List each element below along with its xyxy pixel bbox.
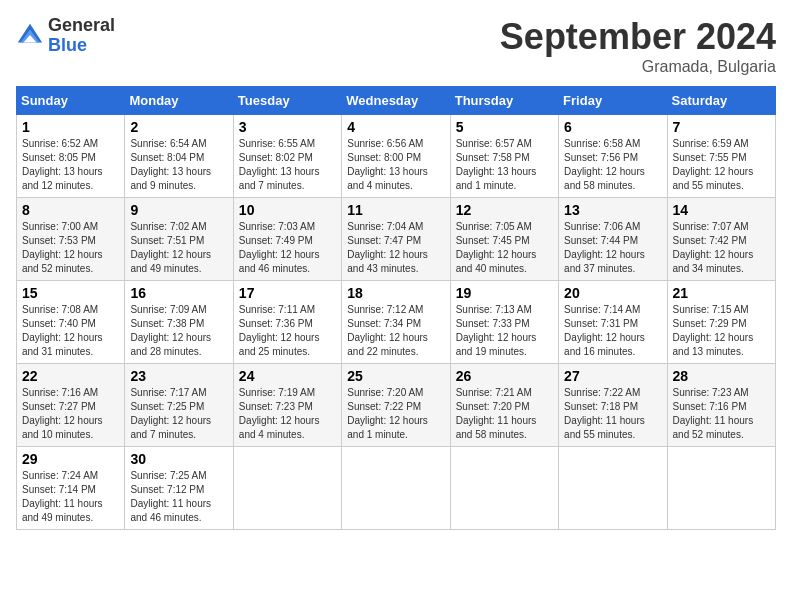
calendar-cell: 23 Sunrise: 7:17 AM Sunset: 7:25 PM Dayl…: [125, 364, 233, 447]
day-info: Sunrise: 7:05 AM Sunset: 7:45 PM Dayligh…: [456, 220, 553, 276]
calendar-cell: 26 Sunrise: 7:21 AM Sunset: 7:20 PM Dayl…: [450, 364, 558, 447]
calendar-cell: 17 Sunrise: 7:11 AM Sunset: 7:36 PM Dayl…: [233, 281, 341, 364]
day-number: 26: [456, 368, 553, 384]
calendar-cell: 12 Sunrise: 7:05 AM Sunset: 7:45 PM Dayl…: [450, 198, 558, 281]
day-info: Sunrise: 6:56 AM Sunset: 8:00 PM Dayligh…: [347, 137, 444, 193]
calendar-cell: 3 Sunrise: 6:55 AM Sunset: 8:02 PM Dayli…: [233, 115, 341, 198]
day-number: 10: [239, 202, 336, 218]
day-number: 21: [673, 285, 770, 301]
title-section: September 2024 Gramada, Bulgaria: [500, 16, 776, 76]
calendar-cell: 24 Sunrise: 7:19 AM Sunset: 7:23 PM Dayl…: [233, 364, 341, 447]
day-info: Sunrise: 6:59 AM Sunset: 7:55 PM Dayligh…: [673, 137, 770, 193]
calendar-cell: 9 Sunrise: 7:02 AM Sunset: 7:51 PM Dayli…: [125, 198, 233, 281]
day-info: Sunrise: 7:02 AM Sunset: 7:51 PM Dayligh…: [130, 220, 227, 276]
day-number: 6: [564, 119, 661, 135]
logo-icon: [16, 22, 44, 50]
col-saturday: Saturday: [667, 87, 775, 115]
day-number: 28: [673, 368, 770, 384]
day-number: 9: [130, 202, 227, 218]
day-info: Sunrise: 7:04 AM Sunset: 7:47 PM Dayligh…: [347, 220, 444, 276]
logo-text: General Blue: [48, 16, 115, 56]
day-number: 23: [130, 368, 227, 384]
day-number: 13: [564, 202, 661, 218]
calendar-cell: 28 Sunrise: 7:23 AM Sunset: 7:16 PM Dayl…: [667, 364, 775, 447]
day-info: Sunrise: 6:54 AM Sunset: 8:04 PM Dayligh…: [130, 137, 227, 193]
day-number: 8: [22, 202, 119, 218]
month-title: September 2024: [500, 16, 776, 58]
calendar-cell: 19 Sunrise: 7:13 AM Sunset: 7:33 PM Dayl…: [450, 281, 558, 364]
calendar-cell: 13 Sunrise: 7:06 AM Sunset: 7:44 PM Dayl…: [559, 198, 667, 281]
calendar-cell: [233, 447, 341, 530]
col-sunday: Sunday: [17, 87, 125, 115]
calendar-table: Sunday Monday Tuesday Wednesday Thursday…: [16, 86, 776, 530]
day-number: 18: [347, 285, 444, 301]
day-number: 14: [673, 202, 770, 218]
calendar-cell: 25 Sunrise: 7:20 AM Sunset: 7:22 PM Dayl…: [342, 364, 450, 447]
day-info: Sunrise: 7:13 AM Sunset: 7:33 PM Dayligh…: [456, 303, 553, 359]
calendar-cell: 8 Sunrise: 7:00 AM Sunset: 7:53 PM Dayli…: [17, 198, 125, 281]
day-info: Sunrise: 7:08 AM Sunset: 7:40 PM Dayligh…: [22, 303, 119, 359]
day-info: Sunrise: 7:00 AM Sunset: 7:53 PM Dayligh…: [22, 220, 119, 276]
calendar-cell: 30 Sunrise: 7:25 AM Sunset: 7:12 PM Dayl…: [125, 447, 233, 530]
day-info: Sunrise: 6:55 AM Sunset: 8:02 PM Dayligh…: [239, 137, 336, 193]
day-number: 3: [239, 119, 336, 135]
logo-general-text: General: [48, 16, 115, 36]
day-number: 15: [22, 285, 119, 301]
calendar-cell: 11 Sunrise: 7:04 AM Sunset: 7:47 PM Dayl…: [342, 198, 450, 281]
calendar-cell: 2 Sunrise: 6:54 AM Sunset: 8:04 PM Dayli…: [125, 115, 233, 198]
calendar-cell: 10 Sunrise: 7:03 AM Sunset: 7:49 PM Dayl…: [233, 198, 341, 281]
day-number: 7: [673, 119, 770, 135]
calendar-cell: 20 Sunrise: 7:14 AM Sunset: 7:31 PM Dayl…: [559, 281, 667, 364]
logo: General Blue: [16, 16, 115, 56]
col-tuesday: Tuesday: [233, 87, 341, 115]
calendar-cell: 16 Sunrise: 7:09 AM Sunset: 7:38 PM Dayl…: [125, 281, 233, 364]
day-info: Sunrise: 7:15 AM Sunset: 7:29 PM Dayligh…: [673, 303, 770, 359]
day-number: 20: [564, 285, 661, 301]
col-friday: Friday: [559, 87, 667, 115]
header: General Blue September 2024 Gramada, Bul…: [16, 16, 776, 76]
calendar-row: 22 Sunrise: 7:16 AM Sunset: 7:27 PM Dayl…: [17, 364, 776, 447]
day-info: Sunrise: 6:52 AM Sunset: 8:05 PM Dayligh…: [22, 137, 119, 193]
calendar-cell: 18 Sunrise: 7:12 AM Sunset: 7:34 PM Dayl…: [342, 281, 450, 364]
day-info: Sunrise: 7:03 AM Sunset: 7:49 PM Dayligh…: [239, 220, 336, 276]
day-info: Sunrise: 7:25 AM Sunset: 7:12 PM Dayligh…: [130, 469, 227, 525]
day-info: Sunrise: 7:17 AM Sunset: 7:25 PM Dayligh…: [130, 386, 227, 442]
header-row: Sunday Monday Tuesday Wednesday Thursday…: [17, 87, 776, 115]
day-info: Sunrise: 7:22 AM Sunset: 7:18 PM Dayligh…: [564, 386, 661, 442]
day-info: Sunrise: 7:16 AM Sunset: 7:27 PM Dayligh…: [22, 386, 119, 442]
calendar-cell: [559, 447, 667, 530]
calendar-cell: [342, 447, 450, 530]
calendar-cell: 21 Sunrise: 7:15 AM Sunset: 7:29 PM Dayl…: [667, 281, 775, 364]
day-number: 11: [347, 202, 444, 218]
day-info: Sunrise: 7:23 AM Sunset: 7:16 PM Dayligh…: [673, 386, 770, 442]
calendar-cell: 27 Sunrise: 7:22 AM Sunset: 7:18 PM Dayl…: [559, 364, 667, 447]
day-number: 17: [239, 285, 336, 301]
day-info: Sunrise: 7:07 AM Sunset: 7:42 PM Dayligh…: [673, 220, 770, 276]
calendar-row: 8 Sunrise: 7:00 AM Sunset: 7:53 PM Dayli…: [17, 198, 776, 281]
day-info: Sunrise: 7:21 AM Sunset: 7:20 PM Dayligh…: [456, 386, 553, 442]
calendar-cell: 15 Sunrise: 7:08 AM Sunset: 7:40 PM Dayl…: [17, 281, 125, 364]
day-number: 16: [130, 285, 227, 301]
day-number: 29: [22, 451, 119, 467]
calendar-cell: 6 Sunrise: 6:58 AM Sunset: 7:56 PM Dayli…: [559, 115, 667, 198]
col-wednesday: Wednesday: [342, 87, 450, 115]
day-info: Sunrise: 6:58 AM Sunset: 7:56 PM Dayligh…: [564, 137, 661, 193]
day-info: Sunrise: 6:57 AM Sunset: 7:58 PM Dayligh…: [456, 137, 553, 193]
col-monday: Monday: [125, 87, 233, 115]
day-info: Sunrise: 7:12 AM Sunset: 7:34 PM Dayligh…: [347, 303, 444, 359]
calendar-cell: 4 Sunrise: 6:56 AM Sunset: 8:00 PM Dayli…: [342, 115, 450, 198]
calendar-cell: 22 Sunrise: 7:16 AM Sunset: 7:27 PM Dayl…: [17, 364, 125, 447]
day-number: 12: [456, 202, 553, 218]
day-number: 1: [22, 119, 119, 135]
calendar-body: 1 Sunrise: 6:52 AM Sunset: 8:05 PM Dayli…: [17, 115, 776, 530]
day-info: Sunrise: 7:09 AM Sunset: 7:38 PM Dayligh…: [130, 303, 227, 359]
calendar-row: 15 Sunrise: 7:08 AM Sunset: 7:40 PM Dayl…: [17, 281, 776, 364]
calendar-cell: 1 Sunrise: 6:52 AM Sunset: 8:05 PM Dayli…: [17, 115, 125, 198]
calendar-cell: [667, 447, 775, 530]
day-number: 27: [564, 368, 661, 384]
calendar-cell: 7 Sunrise: 6:59 AM Sunset: 7:55 PM Dayli…: [667, 115, 775, 198]
day-number: 2: [130, 119, 227, 135]
day-number: 24: [239, 368, 336, 384]
day-info: Sunrise: 7:24 AM Sunset: 7:14 PM Dayligh…: [22, 469, 119, 525]
col-thursday: Thursday: [450, 87, 558, 115]
